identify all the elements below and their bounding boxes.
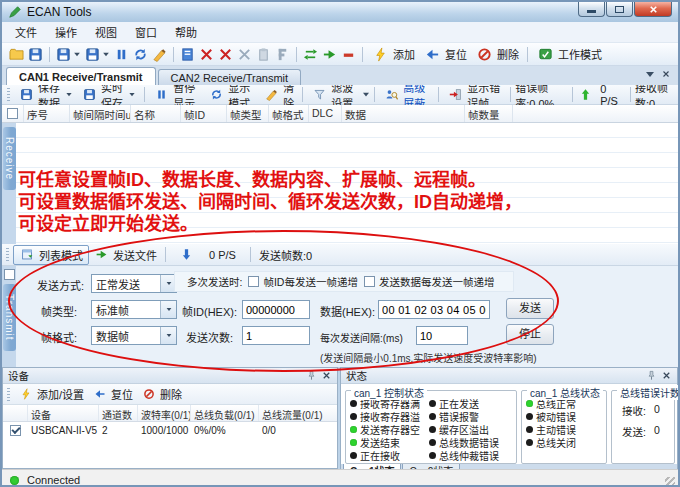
col-filler	[513, 105, 678, 122]
save-data-dropdown-icon[interactable]	[56, 47, 71, 62]
chevron-down-icon[interactable]	[74, 52, 80, 56]
paste-icon[interactable]	[256, 47, 271, 62]
minimize-button[interactable]	[578, 2, 605, 17]
error-counter-group: 总线错误计数 接收: 0 发送: 0	[611, 390, 675, 464]
col-flow[interactable]: 总线流量(0/1)	[259, 405, 337, 421]
data-increment-checkbox[interactable]	[364, 276, 375, 287]
bus-status-title: can_1 总线状态	[527, 385, 603, 400]
transmit-toolbar: 列表模式 发送文件 0 P/S 发送帧数:0	[2, 244, 678, 266]
control-status-title: can_1 控制状态	[351, 385, 427, 400]
col-frame-format[interactable]: 帧格式	[269, 105, 309, 122]
frame-type-label: 帧类型:	[41, 303, 77, 319]
save-icon[interactable]	[28, 47, 43, 62]
resize-grip[interactable]	[665, 477, 675, 487]
tab-can1-label: CAN1 Receive/Transmit	[19, 71, 143, 83]
tab-can1-receive-transmit[interactable]: CAN1 Receive/Transmit	[6, 67, 156, 85]
col-name[interactable]: 名称	[131, 105, 181, 122]
close-tab-icon[interactable]	[661, 69, 671, 79]
delete-device-button[interactable]: 删除	[471, 45, 523, 63]
col-frame-id[interactable]: 帧ID	[181, 105, 227, 122]
device-delete-button[interactable]: 删除	[137, 385, 186, 403]
id-increment-option[interactable]: 帧ID每发送一帧递增	[248, 274, 358, 289]
frame-format-value: 数据帧	[92, 328, 160, 344]
close-panel-icon[interactable]	[661, 370, 672, 381]
forward-icon[interactable]	[322, 47, 337, 62]
stop-bar-icon[interactable]	[341, 47, 356, 62]
channel-tab-bar: CAN1 Receive/Transmit CAN2 Receive/Trans…	[2, 66, 678, 85]
id-increment-checkbox[interactable]	[248, 276, 259, 287]
cut-icon[interactable]	[237, 47, 252, 62]
close-panel-icon[interactable]	[321, 370, 332, 381]
col-baud[interactable]: 波特率(0/1)	[138, 405, 191, 421]
chevron-down-icon[interactable]	[103, 52, 109, 56]
pause-icon[interactable]	[114, 47, 129, 62]
add-device-button[interactable]: 添加	[367, 45, 419, 63]
col-frame-count[interactable]: 帧数量	[465, 105, 513, 122]
menu-window[interactable]: 窗口	[126, 22, 166, 42]
chevron-down-icon	[66, 93, 71, 96]
list-mode-button[interactable]: 列表模式	[13, 245, 89, 265]
interval-input[interactable]	[416, 326, 468, 345]
select-all-checkbox[interactable]	[7, 108, 18, 119]
menu-view[interactable]: 视图	[86, 22, 126, 42]
data-increment-option[interactable]: 发送数据每发送一帧递增	[364, 274, 495, 289]
col-frame-type[interactable]: 帧类型	[227, 105, 269, 122]
refresh-icon[interactable]	[133, 47, 148, 62]
menu-help[interactable]: 帮助	[166, 22, 206, 42]
col-data[interactable]: 数据	[342, 105, 465, 122]
lightning-icon	[20, 388, 32, 400]
send-times-input[interactable]	[242, 326, 310, 345]
maximize-button[interactable]	[606, 2, 633, 17]
tx-count-value: 0	[654, 424, 660, 439]
menu-operate[interactable]: 操作	[46, 22, 86, 42]
edit-frame-icon[interactable]	[199, 47, 214, 62]
send-mode-value: 正常发送	[92, 276, 160, 292]
pin-icon[interactable]	[306, 370, 317, 381]
col-device[interactable]: 设备	[28, 405, 99, 421]
col-load[interactable]: 总线负载(0/1)	[191, 405, 259, 421]
data-input[interactable]	[378, 300, 490, 319]
main-toolbar: 添加 复位 删除 工作模式	[2, 43, 678, 66]
chevron-down-icon[interactable]	[646, 72, 654, 77]
transmit-form: 发送方式: 正常发送 多次发送时: 帧ID每发送一帧递增 发送数据每发送一帧递增…	[16, 266, 678, 367]
tab-can2-receive-transmit[interactable]: CAN2 Receive/Transmit	[158, 69, 302, 85]
device-reset-button[interactable]: 复位	[88, 385, 137, 403]
send-mode-select[interactable]: 正常发送	[91, 274, 177, 293]
status-dot	[350, 426, 357, 433]
transmit-select-checkbox[interactable]	[4, 269, 15, 280]
frame-format-select[interactable]: 数据帧	[91, 326, 177, 345]
open-file-icon[interactable]	[9, 47, 24, 62]
frame-id-input[interactable]	[242, 300, 310, 319]
list-mode-label: 列表模式	[39, 247, 83, 263]
send-button[interactable]: 发送	[506, 298, 554, 319]
send-file-button[interactable]: 发送文件	[89, 246, 161, 264]
device-add-setup-button[interactable]: 添加/设置	[14, 385, 88, 403]
close-button[interactable]	[634, 2, 672, 17]
col-seq[interactable]: 序号	[24, 105, 70, 122]
format-icon[interactable]	[275, 47, 290, 62]
frame-type-select[interactable]: 标准帧	[91, 300, 177, 319]
new-frame-icon[interactable]	[180, 47, 195, 62]
col-dlc[interactable]: DLC	[309, 105, 342, 122]
clear-brush-icon[interactable]	[152, 47, 167, 62]
transmit-side-strip: Transmit	[2, 266, 16, 367]
device-enabled-checkbox[interactable]	[10, 425, 21, 436]
status-dot	[429, 452, 436, 459]
chevron-down-icon[interactable]	[363, 93, 369, 97]
device-panel-title: 设备	[8, 368, 29, 383]
pin-icon[interactable]	[646, 370, 657, 381]
work-mode-button[interactable]: 工作模式	[532, 45, 606, 63]
reset-device-button[interactable]: 复位	[419, 45, 471, 63]
side-tab-receive[interactable]: Receive	[3, 127, 16, 190]
delete-frame-icon[interactable]	[218, 47, 233, 62]
col-interval[interactable]: 帧间隔时间us	[70, 105, 131, 122]
status-dot	[526, 400, 533, 407]
swap-channels-icon[interactable]	[303, 47, 318, 62]
side-tab-transmit[interactable]: Transmit	[3, 284, 16, 351]
receive-toolbar: 保存数据 实时保存 暂停显示 显示模式 清除 滤波设置	[2, 85, 678, 105]
menu-file[interactable]: 文件	[6, 22, 46, 42]
device-table-row[interactable]: USBCAN-II-V5 2 1000/1000 0%/0% 0/0	[3, 422, 337, 438]
realtime-save-dropdown-icon[interactable]	[85, 47, 100, 62]
stop-button[interactable]: 停止	[506, 324, 554, 345]
col-channels[interactable]: 通道数	[99, 405, 138, 421]
